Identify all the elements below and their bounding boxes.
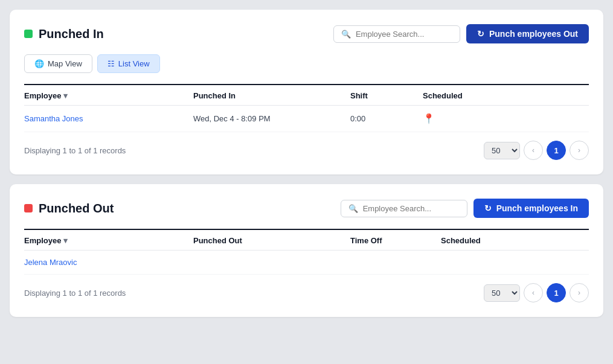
location-pin-icon: 📍 <box>423 113 435 124</box>
punched-in-pagination: Displaying 1 to 1 of 1 records 50 10 25 … <box>24 141 589 160</box>
shift-value: 0:00 <box>350 114 423 123</box>
punched-out-card: Punched Out 🔍 ↻ Punch employees In Emplo… <box>10 184 603 317</box>
map-view-label: Map View <box>48 59 82 68</box>
next-page-button[interactable]: › <box>570 141 589 160</box>
punched-in-title: Punched In <box>24 27 104 41</box>
punched-out-pagination: Displaying 1 to 1 of 1 records 50 10 25 … <box>24 283 589 302</box>
punched-out-title: Punched Out <box>24 202 114 216</box>
table-row-out: Jelena Mraovic <box>24 251 589 275</box>
pagination-controls: 50 10 25 100 ‹ 1 › <box>484 141 589 160</box>
scheduled-value: 📍 <box>423 113 589 124</box>
punched-in-search-input[interactable] <box>356 30 452 39</box>
chevron-right-icon-out: › <box>578 289 580 297</box>
th-shift-label: Shift <box>350 91 368 100</box>
search-icon-2: 🔍 <box>348 204 358 213</box>
th-punched-out: Punched Out <box>193 236 350 245</box>
employee-name-jelena[interactable]: Jelena Mraovic <box>24 258 193 267</box>
pagination-controls-out: 50 10 25 100 ‹ 1 › <box>484 283 589 302</box>
page-1-button-out[interactable]: 1 <box>547 283 566 302</box>
sort-icon-out[interactable]: ▾ <box>63 236 68 245</box>
prev-page-button-out[interactable]: ‹ <box>524 283 543 302</box>
th-scheduled-out: Scheduled <box>441 236 589 245</box>
punched-out-dot <box>24 204 33 212</box>
th-punched-out-label: Punched Out <box>193 236 242 245</box>
punched-in-table: Employee ▾ Punched In Shift Scheduled Sa… <box>24 84 589 132</box>
globe-icon: 🌐 <box>34 59 44 68</box>
punched-out-table-header: Employee ▾ Punched Out Time Off Schedule… <box>24 230 589 251</box>
th-scheduled-label: Scheduled <box>423 91 463 100</box>
table-row: Samantha Jones Wed, Dec 4 - 8:09 PM 0:00… <box>24 106 589 132</box>
punched-out-header-right: 🔍 ↻ Punch employees In <box>341 199 589 218</box>
page-number-out: 1 <box>554 289 558 298</box>
list-icon: ☷ <box>108 59 115 68</box>
punched-out-title-text: Punched Out <box>39 202 114 216</box>
th-scheduled: Scheduled <box>423 91 589 100</box>
sort-icon[interactable]: ▾ <box>63 91 68 100</box>
punched-in-search-box[interactable]: 🔍 <box>333 25 460 43</box>
punched-in-header-right: 🔍 ↻ Punch employees Out <box>333 24 589 43</box>
chevron-right-icon: › <box>578 146 580 155</box>
punched-in-card: Punched In 🔍 ↻ Punch employees Out 🌐 Map… <box>10 10 603 174</box>
prev-page-button[interactable]: ‹ <box>524 141 543 160</box>
th-scheduled-out-label: Scheduled <box>441 236 481 245</box>
refresh-icon: ↻ <box>477 29 484 39</box>
punched-out-search-box[interactable]: 🔍 <box>341 200 467 217</box>
th-time-off-label: Time Off <box>350 236 382 245</box>
th-punched-in-label: Punched In <box>193 91 236 100</box>
page-number: 1 <box>554 146 558 155</box>
th-employee-label: Employee <box>24 91 61 100</box>
displaying-records-out-text: Displaying 1 to 1 of 1 records <box>24 289 126 298</box>
punched-in-dot <box>24 30 33 38</box>
punched-out-header: Punched Out 🔍 ↻ Punch employees In <box>24 199 589 218</box>
th-punched-in: Punched In <box>193 91 350 100</box>
th-employee: Employee ▾ <box>24 91 193 100</box>
th-shift: Shift <box>350 91 423 100</box>
page-1-button[interactable]: 1 <box>547 141 566 160</box>
punch-out-button-label: Punch employees Out <box>489 29 578 39</box>
search-icon: 🔍 <box>341 30 351 39</box>
map-view-button[interactable]: 🌐 Map View <box>24 54 92 73</box>
employee-name-samantha[interactable]: Samantha Jones <box>24 114 193 123</box>
list-view-label: List View <box>118 59 150 68</box>
chevron-left-icon-out: ‹ <box>532 289 534 297</box>
view-toggle: 🌐 Map View ☷ List View <box>24 54 589 73</box>
punch-in-button[interactable]: ↻ Punch employees In <box>473 199 589 218</box>
refresh-icon-2: ↻ <box>484 203 492 213</box>
next-page-button-out[interactable]: › <box>570 283 589 302</box>
th-employee-out-label: Employee <box>24 236 61 245</box>
list-view-button[interactable]: ☷ List View <box>97 54 160 73</box>
punched-in-table-header: Employee ▾ Punched In Shift Scheduled <box>24 85 589 106</box>
th-time-off: Time Off <box>350 236 441 245</box>
punched-out-table: Employee ▾ Punched Out Time Off Schedule… <box>24 229 589 275</box>
punched-in-time: Wed, Dec 4 - 8:09 PM <box>193 114 350 123</box>
punched-in-title-text: Punched In <box>39 27 104 41</box>
punch-in-button-label: Punch employees In <box>496 203 578 213</box>
punched-out-search-input[interactable] <box>363 204 460 213</box>
per-page-select[interactable]: 50 10 25 100 <box>484 142 520 159</box>
chevron-left-icon: ‹ <box>532 146 534 155</box>
th-employee-out: Employee ▾ <box>24 236 193 245</box>
displaying-records-text: Displaying 1 to 1 of 1 records <box>24 146 126 155</box>
punched-in-header: Punched In 🔍 ↻ Punch employees Out <box>24 24 589 43</box>
punch-out-button[interactable]: ↻ Punch employees Out <box>466 24 589 43</box>
per-page-select-out[interactable]: 50 10 25 100 <box>484 284 520 302</box>
